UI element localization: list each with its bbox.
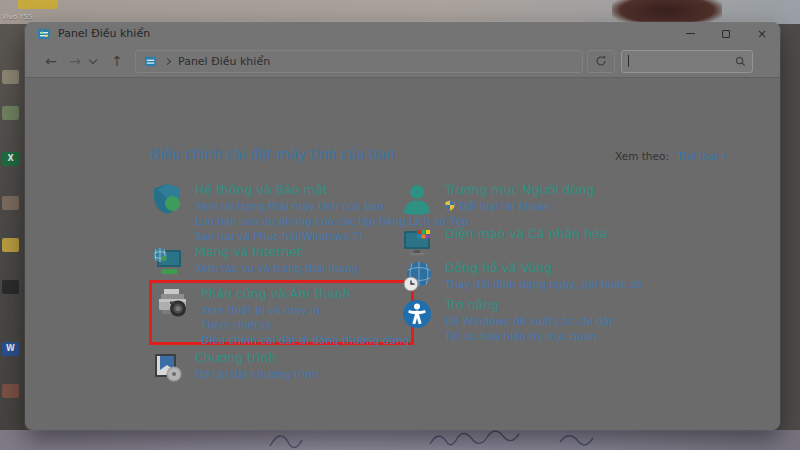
- category-title[interactable]: Chương trình: [195, 350, 319, 365]
- desktop-photo-icon: [2, 280, 19, 294]
- search-icon: [735, 56, 746, 67]
- desktop-wallpaper-left: X W: [0, 24, 25, 430]
- chevron-down-icon[interactable]: ▾: [723, 152, 727, 161]
- back-button[interactable]: ←: [39, 53, 63, 69]
- category-clock-region: Đồng hồ và Vùng Thay đổi định dạng ngày,…: [400, 260, 642, 294]
- task-link-label: Đổi loại tài khoản: [459, 200, 551, 212]
- category-user-accounts: Trương mục Người dùng Đổi loại tài khoản: [400, 182, 594, 216]
- task-link[interactable]: Điều chỉnh cài đặt di động thường dùng: [201, 333, 409, 347]
- breadcrumb-chevron-icon: [164, 57, 171, 64]
- task-link[interactable]: Thêm thiết bị: [201, 318, 409, 332]
- category-programs: Chương trình Dỡ cài đặt chương trình: [150, 350, 319, 384]
- control-panel-home: Điều chỉnh cài đặt máy tính của bạn Xem …: [25, 78, 780, 429]
- uac-shield-icon: [445, 200, 455, 211]
- category-title[interactable]: Mạng và Internet: [195, 244, 359, 259]
- task-link[interactable]: Thay đổi định dạng ngày, giờ hoặc số: [445, 277, 642, 291]
- task-link[interactable]: Tối ưu hóa hiển thị trực quan: [445, 329, 613, 343]
- category-appearance-personalization: Diện mạo và Cá nhân hóa: [400, 226, 607, 260]
- desktop-photo-icon: [2, 196, 19, 210]
- desktop-folder-icon: [18, 0, 58, 9]
- category-title[interactable]: Trợ năng: [445, 297, 613, 312]
- programs-icon: [150, 350, 184, 384]
- appearance-monitor-icon: [400, 226, 434, 260]
- network-globe-icon: [150, 244, 184, 278]
- handwriting-decoration: [0, 430, 800, 450]
- desktop-wallpaper-bottom: [0, 430, 800, 450]
- desktop-icon-label: Vivo Y55: [2, 13, 32, 21]
- desktop-photo-icon: [2, 384, 19, 398]
- clock-globe-icon: [400, 260, 434, 294]
- word-file-icon: W: [2, 342, 19, 356]
- user-icon: [400, 182, 434, 216]
- breadcrumb-location[interactable]: Panel Điều khiển: [178, 55, 270, 68]
- category-ease-of-access: Trợ năng Để Windows đề xuất các cài đặt …: [400, 297, 613, 343]
- search-input[interactable]: [621, 50, 753, 73]
- minimize-button[interactable]: [672, 22, 708, 45]
- task-link[interactable]: Xem tác vụ và trạng thái mạng: [195, 261, 359, 275]
- view-by-label: Xem theo:: [615, 150, 669, 162]
- word-letter: W: [6, 344, 15, 353]
- close-button[interactable]: ×: [744, 22, 780, 45]
- control-panel-window: Panel Điều khiển × ← → ↑ Panel Điều khiể…: [25, 22, 780, 430]
- excel-letter: X: [7, 154, 13, 163]
- text-caret: [628, 55, 629, 67]
- task-link[interactable]: Để Windows đề xuất các cài đặt: [445, 314, 613, 328]
- desktop-folder-icon: [2, 238, 19, 252]
- navigation-toolbar: ← → ↑ Panel Điều khiển: [25, 45, 780, 78]
- highlight-box: Phần cứng và Âm thanh Xem thiết bị và má…: [149, 280, 414, 345]
- page-title: Điều chỉnh cài đặt máy tính của bạn: [150, 146, 395, 162]
- category-title[interactable]: Trương mục Người dùng: [445, 182, 594, 197]
- task-link[interactable]: Dỡ cài đặt chương trình: [195, 367, 319, 381]
- window-title: Panel Điều khiển: [58, 27, 150, 40]
- minimize-icon: [686, 33, 695, 34]
- shield-icon: [150, 182, 184, 216]
- view-by-dropdown[interactable]: Thể loại: [677, 150, 719, 162]
- category-network-internet: Mạng và Internet Xem tác vụ và trạng thá…: [150, 244, 359, 278]
- refresh-button[interactable]: [587, 50, 615, 73]
- refresh-icon: [595, 55, 607, 67]
- category-title[interactable]: Đồng hồ và Vùng: [445, 260, 642, 275]
- forward-button[interactable]: →: [63, 53, 87, 69]
- titlebar[interactable]: Panel Điều khiển ×: [25, 22, 780, 45]
- recent-locations-chevron-icon[interactable]: [89, 56, 97, 64]
- category-hardware-sound: Phần cứng và Âm thanh Xem thiết bị và má…: [156, 286, 409, 347]
- view-by-control: Xem theo: Thể loại ▾: [615, 150, 727, 162]
- control-panel-icon: [144, 55, 157, 68]
- excel-file-icon: X: [2, 152, 19, 166]
- desktop-wallpaper-top: Vivo Y55: [0, 0, 800, 24]
- close-icon: ×: [757, 28, 767, 40]
- task-link[interactable]: Đổi loại tài khoản: [445, 199, 594, 213]
- accessibility-icon: [400, 297, 434, 331]
- control-panel-icon: [37, 27, 51, 41]
- up-button[interactable]: ↑: [105, 53, 129, 69]
- maximize-button[interactable]: [708, 22, 744, 45]
- printer-icon: [156, 286, 190, 320]
- desktop-thumbnail-icon: [2, 106, 19, 120]
- maximize-icon: [722, 30, 730, 38]
- address-bar[interactable]: Panel Điều khiển: [135, 50, 583, 73]
- task-link[interactable]: Xem thiết bị và máy in: [201, 303, 409, 317]
- category-title[interactable]: Diện mạo và Cá nhân hóa: [445, 226, 607, 241]
- category-title[interactable]: Phần cứng và Âm thanh: [201, 286, 409, 301]
- desktop-thumbnail-icon: [2, 70, 19, 84]
